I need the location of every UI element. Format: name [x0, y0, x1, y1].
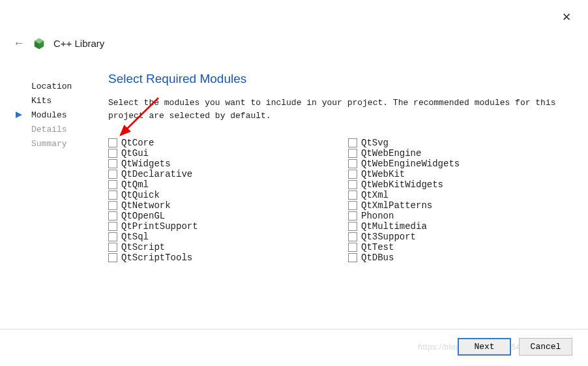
checkbox[interactable] — [108, 253, 117, 262]
checkbox[interactable] — [348, 253, 357, 262]
checkbox[interactable] — [348, 180, 357, 189]
checkbox[interactable] — [108, 222, 117, 231]
module-qtscript[interactable]: QtScript — [108, 242, 335, 252]
checkbox[interactable] — [348, 170, 357, 179]
footer: Next Cancel — [458, 338, 572, 356]
checkbox[interactable] — [348, 149, 357, 158]
checkbox[interactable] — [348, 138, 357, 147]
module-qtsvg[interactable]: QtSvg — [348, 138, 575, 148]
module-qtwebenginewidgets[interactable]: QtWebEngineWidgets — [348, 159, 575, 169]
checkbox[interactable] — [108, 138, 117, 147]
checkbox[interactable] — [348, 201, 357, 210]
checkbox[interactable] — [348, 232, 357, 241]
cancel-button[interactable]: Cancel — [519, 338, 572, 356]
sidebar-item-details: Details — [31, 123, 96, 137]
module-qttest[interactable]: QtTest — [348, 242, 575, 252]
modules-col1: QtCore QtGui QtWidgets QtDeclarative QtQ… — [108, 138, 335, 263]
qt-logo-icon — [33, 37, 46, 50]
sidebar-item-location[interactable]: Location — [31, 80, 96, 94]
module-qtwebkitwidgets[interactable]: QtWebKitWidgets — [348, 179, 575, 190]
checkbox[interactable] — [108, 149, 117, 158]
back-arrow-icon[interactable]: ← — [13, 37, 25, 50]
checkbox[interactable] — [348, 222, 357, 231]
close-icon[interactable]: ✕ — [559, 8, 574, 27]
checkbox[interactable] — [348, 243, 357, 252]
module-qtdbus[interactable]: QtDBus — [348, 252, 575, 263]
content-description: Select the modules you want to include i… — [108, 97, 575, 122]
module-qtmultimedia[interactable]: QtMultimedia — [348, 221, 575, 232]
checkbox[interactable] — [108, 201, 117, 210]
module-qtnetwork[interactable]: QtNetwork — [108, 200, 335, 211]
module-qtcore[interactable]: QtCore — [108, 138, 335, 148]
checkbox[interactable] — [108, 170, 117, 179]
checkbox[interactable] — [108, 191, 117, 200]
module-qtscripttools[interactable]: QtScriptTools — [108, 252, 335, 263]
sidebar-item-kits[interactable]: Kits — [31, 94, 96, 108]
checkbox[interactable] — [108, 159, 117, 168]
sidebar-item-modules[interactable]: Modules — [31, 108, 96, 123]
content-area: Select Required Modules Select the modul… — [108, 72, 575, 263]
module-qtwebkit[interactable]: QtWebKit — [348, 169, 575, 179]
module-qtgui[interactable]: QtGui — [108, 148, 335, 159]
module-qtxmlpatterns[interactable]: QtXmlPatterns — [348, 200, 575, 211]
sidebar-item-summary: Summary — [31, 137, 96, 151]
checkbox[interactable] — [348, 211, 357, 221]
module-qtqml[interactable]: QtQml — [108, 179, 335, 190]
modules-col2: QtSvg QtWebEngine QtWebEngineWidgets QtW… — [348, 138, 575, 263]
module-qtxml[interactable]: QtXml — [348, 190, 575, 200]
module-qtwebengine[interactable]: QtWebEngine — [348, 148, 575, 159]
module-qtwidgets[interactable]: QtWidgets — [108, 159, 335, 169]
checkbox[interactable] — [108, 211, 117, 221]
modules-grid: QtCore QtGui QtWidgets QtDeclarative QtQ… — [108, 138, 575, 263]
checkbox[interactable] — [348, 191, 357, 200]
checkbox[interactable] — [348, 159, 357, 168]
checkbox[interactable] — [108, 232, 117, 241]
page-title: C++ Library — [53, 38, 104, 49]
content-title: Select Required Modules — [108, 72, 575, 86]
module-qt3support[interactable]: Qt3Support — [348, 232, 575, 242]
next-button[interactable]: Next — [458, 338, 511, 356]
module-qtdeclarative[interactable]: QtDeclarative — [108, 169, 335, 179]
checkbox[interactable] — [108, 243, 117, 252]
module-phonon[interactable]: Phonon — [348, 211, 575, 221]
module-qtprintsupport[interactable]: QtPrintSupport — [108, 221, 335, 232]
module-qtquick[interactable]: QtQuick — [108, 190, 335, 200]
sidebar: Location Kits Modules Details Summary — [31, 80, 96, 151]
header: ← C++ Library — [13, 37, 104, 50]
module-qtopengl[interactable]: QtOpenGL — [108, 211, 335, 221]
module-qtsql[interactable]: QtSql — [108, 232, 335, 242]
checkbox[interactable] — [108, 180, 117, 189]
